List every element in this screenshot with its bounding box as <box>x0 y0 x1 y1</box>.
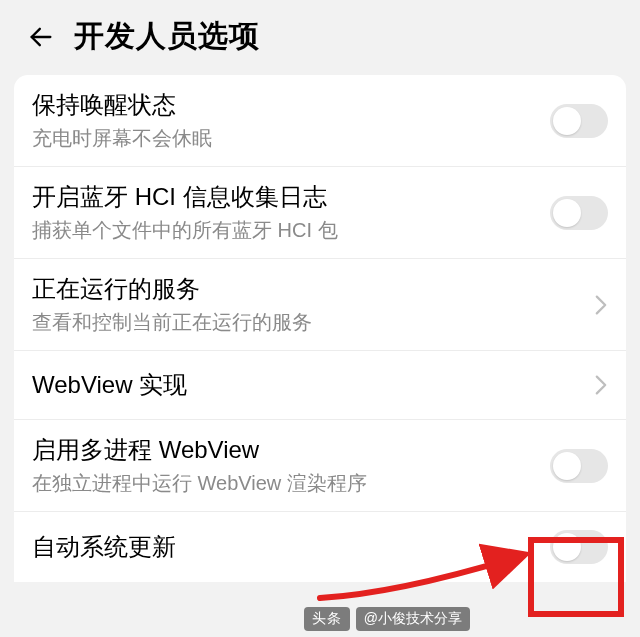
item-subtitle: 充电时屏幕不会休眠 <box>32 125 550 152</box>
item-text: 启用多进程 WebView 在独立进程中运行 WebView 渲染程序 <box>32 434 550 497</box>
item-subtitle: 在独立进程中运行 WebView 渲染程序 <box>32 470 550 497</box>
item-title: 开启蓝牙 HCI 信息收集日志 <box>32 181 550 213</box>
toggle-auto-system-update[interactable] <box>550 530 608 564</box>
item-title: 保持唤醒状态 <box>32 89 550 121</box>
item-text: 开启蓝牙 HCI 信息收集日志 捕获单个文件中的所有蓝牙 HCI 包 <box>32 181 550 244</box>
item-running-services[interactable]: 正在运行的服务 查看和控制当前正在运行的服务 <box>14 259 626 351</box>
chevron-right-icon <box>594 373 608 397</box>
watermark-text: @小俊技术分享 <box>356 607 470 631</box>
item-title: 自动系统更新 <box>32 531 550 563</box>
toggle-stay-awake[interactable] <box>550 104 608 138</box>
header: 开发人员选项 <box>0 0 640 75</box>
watermark: 头条 @小俊技术分享 <box>304 607 470 631</box>
item-auto-system-update[interactable]: 自动系统更新 <box>14 512 626 582</box>
item-title: 启用多进程 WebView <box>32 434 550 466</box>
item-text: WebView 实现 <box>32 369 594 401</box>
watermark-badge: 头条 <box>304 607 350 631</box>
settings-list: 保持唤醒状态 充电时屏幕不会休眠 开启蓝牙 HCI 信息收集日志 捕获单个文件中… <box>14 75 626 582</box>
item-webview-impl[interactable]: WebView 实现 <box>14 351 626 420</box>
page-title: 开发人员选项 <box>74 16 260 57</box>
toggle-bluetooth-hci[interactable] <box>550 196 608 230</box>
item-text: 自动系统更新 <box>32 531 550 563</box>
item-text: 保持唤醒状态 充电时屏幕不会休眠 <box>32 89 550 152</box>
chevron-right-icon <box>594 293 608 317</box>
back-icon[interactable] <box>24 20 58 54</box>
item-subtitle: 捕获单个文件中的所有蓝牙 HCI 包 <box>32 217 550 244</box>
item-title: WebView 实现 <box>32 369 594 401</box>
item-title: 正在运行的服务 <box>32 273 594 305</box>
toggle-multiprocess-webview[interactable] <box>550 449 608 483</box>
item-text: 正在运行的服务 查看和控制当前正在运行的服务 <box>32 273 594 336</box>
item-subtitle: 查看和控制当前正在运行的服务 <box>32 309 594 336</box>
item-stay-awake[interactable]: 保持唤醒状态 充电时屏幕不会休眠 <box>14 75 626 167</box>
item-multiprocess-webview[interactable]: 启用多进程 WebView 在独立进程中运行 WebView 渲染程序 <box>14 420 626 512</box>
item-bluetooth-hci[interactable]: 开启蓝牙 HCI 信息收集日志 捕获单个文件中的所有蓝牙 HCI 包 <box>14 167 626 259</box>
